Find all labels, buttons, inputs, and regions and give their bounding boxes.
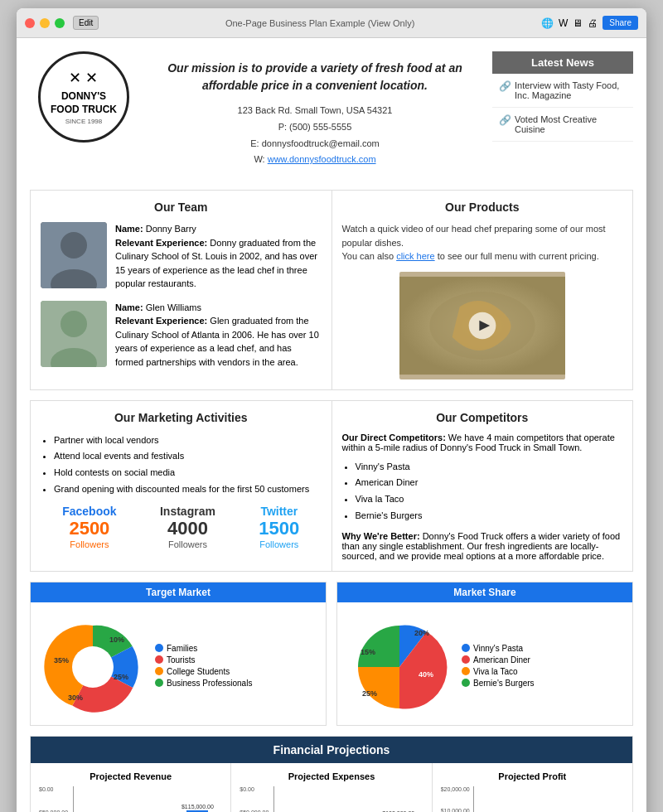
window-title: One-Page Business Plan Example (View Onl… [99,18,541,28]
edit-button[interactable]: Edit [73,16,99,30]
marketing-title: Our Marketing Activities [41,411,322,424]
website-link[interactable]: www.donnysfoodtruck.com [268,154,376,164]
news-header: Latest News [492,51,633,74]
marketing-section: Our Marketing Activities Partner with lo… [31,401,332,571]
facebook-label: Facebook [62,505,116,518]
legend-families: Families [167,644,197,653]
profit-y-axis: $20,000.00 $10,000.00 $0.00 -$10,000.00 … [441,786,473,812]
expenses-chart-area: $150,000.00 $100,000.00 $50,000.00 $0.00… [240,786,423,812]
svg-text:25%: 25% [114,673,128,681]
marketing-competitors-inner: Our Marketing Activities Partner with lo… [31,401,632,571]
legend-viva: Viva la Taco [473,667,518,676]
better-label: Why We're Better: [342,531,420,541]
why-better: Why We're Better: Donny's Food Truck off… [342,531,623,561]
maximize-button[interactable] [55,18,65,28]
logo-name: DONNY'SFOOD TRUCK [51,90,117,116]
target-market-title: Target Market [31,582,326,602]
menu-link[interactable]: click here [396,251,434,261]
revenue-bars: $75,000.00 Year 1 $100,000.00 Year 2 $11… [73,786,222,812]
target-market-pie: 10% 25% 30% 35% [39,617,147,717]
social-facebook: Facebook 2500 Followers [62,505,116,549]
team-member-2: Name: Glen Williams Relevant Experience:… [41,301,322,370]
activity-3: Hold contests on social media [54,465,322,481]
news-text-2: Voted Most Creative Cuisine [515,114,627,134]
facebook-count: 2500 [62,518,116,539]
instagram-count: 4000 [160,518,215,539]
revenue-title: Projected Revenue [39,771,222,781]
link-icon-1: 🔗 [499,80,511,92]
pie-charts-row: Target Market [30,582,633,726]
member-photo-2 [41,301,107,367]
facebook-followers: Followers [62,539,116,549]
products-title: Our Products [342,201,623,214]
header-section: ✕ ✕ DONNY'SFOOD TRUCK SINCE 1998 Our mis… [30,51,633,176]
marketing-competitors-section: Our Marketing Activities Partner with lo… [30,400,633,572]
video-thumbnail[interactable] [399,272,565,379]
financial-title: Financial Projections [31,737,632,763]
social-twitter: Twitter 1500 Followers [259,505,299,549]
logo-since: SINCE 1998 [65,118,102,125]
financial-section: Financial Projections Projected Revenue … [30,736,633,812]
team-products-section: Our Team Name: Donny Barry Relevant Expe… [30,190,633,390]
mission-area: Our mission is to provide a variety of f… [138,51,492,176]
member-info-1: Name: Donny Barry Relevant Experience: D… [115,222,322,291]
svg-point-11 [72,646,114,688]
member-name-1: Donny Barry [146,224,196,234]
competitor-4: Bernie's Burgers [356,508,623,524]
svg-point-4 [60,311,87,337]
news-item-1: 🔗 Interview with Tasty Food, Inc. Magazi… [492,74,633,108]
competitor-3: Viva la Taco [356,491,623,508]
zero-line [474,786,624,812]
close-button[interactable] [25,18,35,28]
activity-2: Attend local events and festivals [54,448,322,465]
share-button[interactable]: Share [603,16,638,30]
legend-vinnys: Vinny's Pasta [473,644,523,653]
products-section: Our Products Watch a quick video of our … [332,191,633,389]
mission-text: Our mission is to provide a variety of f… [154,60,476,94]
news-box: Latest News 🔗 Interview with Tasty Food,… [492,51,633,142]
twitter-followers: Followers [259,539,299,549]
news-text-1: Interview with Tasty Food, Inc. Magazine [515,80,627,100]
expenses-bars: $90,000.00 Year 1 $98,000.00 Year 2 $102… [273,786,423,812]
legend-tourists: Tourists [167,655,195,665]
activity-1: Partner with local vendors [54,433,322,449]
logo-area: ✕ ✕ DONNY'SFOOD TRUCK SINCE 1998 [30,51,138,143]
social-instagram: Instagram 4000 Followers [160,505,215,549]
target-market-legend: Families Tourists College Students Busin… [155,644,252,690]
competitor-2: American Diner [356,475,623,491]
legend-business: Business Professionals [167,679,252,688]
titlebar: Edit One-Page Business Plan Example (Vie… [17,8,646,38]
social-section: Facebook 2500 Followers Instagram 4000 F… [41,498,322,549]
legend-college: College Students [167,667,230,676]
revenue-y-axis: $150,000.00 $100,000.00 $50,000.00 $0.00 [39,786,73,812]
revenue-chart: Projected Revenue $150,000.00 $100,000.0… [31,763,231,812]
member-name-2: Glen Williams [146,302,201,312]
expenses-title: Projected Expenses [240,771,423,781]
window-controls [25,18,65,28]
svg-text:35%: 35% [54,656,69,665]
contact-info: 123 Back Rd. Small Town, USA 54321 P: (5… [154,103,476,168]
market-share-legend: Vinny's Pasta American Diner Viva la Tac… [462,644,535,690]
profit-title: Projected Profit [441,771,624,781]
minimize-button[interactable] [40,18,50,28]
font-icon: W [559,17,568,29]
svg-text:15%: 15% [361,648,375,656]
member-photo-1 [41,222,107,288]
instagram-label: Instagram [160,505,215,518]
title-text: One-Page Business Plan Example (View Onl… [225,18,414,28]
profit-chart-area: $20,000.00 $10,000.00 $0.00 -$10,000.00 … [441,786,624,812]
monitor-icon: 🖥 [573,17,583,29]
legend-american: American Diner [473,655,530,665]
financial-charts: Projected Revenue $150,000.00 $100,000.0… [31,763,632,812]
team-member-1: Name: Donny Barry Relevant Experience: D… [41,222,322,291]
market-share-pie: 20% 40% 25% 15% [346,617,453,717]
address: 123 Back Rd. Small Town, USA 54321 [154,103,476,119]
instagram-followers: Followers [160,539,215,549]
market-share-content: 20% 40% 25% 15% Vinny's Pasta American D… [337,609,632,725]
direct-label: Our Direct Competitors: [342,433,446,442]
profit-chart: Projected Profit $20,000.00 $10,000.00 $… [433,763,632,812]
competitor-list: Vinny's Pasta American Diner Viva la Tac… [356,459,623,524]
expenses-y-axis: $150,000.00 $100,000.00 $50,000.00 $0.00 [240,786,273,812]
svg-point-1 [60,232,87,259]
website: W: www.donnysfoodtruck.com [154,152,476,168]
